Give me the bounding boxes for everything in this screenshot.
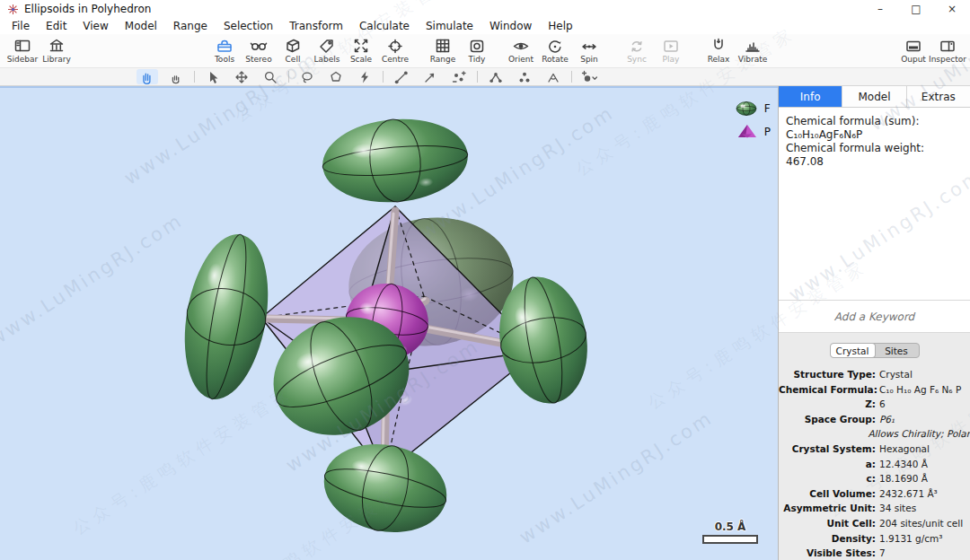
tool-move[interactable] [231,69,252,84]
pan-hand-icon [140,70,154,84]
menu-range[interactable]: Range [165,19,216,33]
window-title: Ellipsoids in Polyhedron [24,3,151,15]
label-tag-icon [318,37,336,55]
rotate-icon [546,37,564,55]
measure-angle-icon [546,70,560,84]
tool-measure-path[interactable] [485,69,507,84]
property-row: Chemical Formula:C₁₀ H₁₀ Ag F₆ N₆ P [779,382,970,398]
inspector-panel-icon [939,37,957,55]
tool-delete[interactable] [354,69,375,84]
segment-sites[interactable]: Sites [875,344,919,357]
menu-selection[interactable]: Selection [216,19,281,33]
segment-crystal[interactable]: Crystal [831,344,875,357]
vibrate-histogram-icon [744,37,762,55]
menu-simulate[interactable]: Simulate [418,19,481,33]
menu-model[interactable]: Model [117,19,165,33]
menu-help[interactable]: Help [540,19,580,33]
tool-measure-cluster[interactable] [514,69,535,84]
lightning-bolt-icon [357,70,372,84]
legend-item-f: F [735,101,771,117]
menu-transform[interactable]: Transform [281,19,351,33]
cell-button[interactable]: Cell [277,36,309,64]
adjust-bonds-icon [452,70,466,84]
toolbar-separator [194,71,195,83]
tool-pan[interactable] [137,69,158,84]
inspector-panel: Info Model Extras Chemical formula (sum)… [778,86,970,560]
property-row: Space Group:P6₁ [779,412,970,427]
tool-polygon-lasso[interactable] [325,69,347,84]
sidebar-icon [13,37,31,55]
close-button[interactable]: × [934,0,970,18]
property-row: Cell Volume:2432.671 Å³ [779,486,970,502]
structure-viewport[interactable]: F P 0.5 Å [0,86,778,560]
toolbar-separator [477,71,478,83]
tidy-icon [468,37,486,55]
lasso-icon [300,70,314,84]
bond-vector-icon [423,70,437,84]
range-button[interactable]: Range [427,36,459,64]
relax-button[interactable]: Relax [702,36,735,64]
title-bar: Ellipsoids in Polyhedron – □ × [0,0,970,18]
toolbar-separator [571,71,572,83]
library-button[interactable]: Library [40,36,73,64]
info-section: Chemical formula (sum): C₁₀H₁₀AgF₆N₆P Ch… [779,108,970,300]
vibrate-button[interactable]: Vibrate [736,36,769,64]
measure-cluster-icon [517,70,532,84]
maximize-button[interactable]: □ [898,0,934,18]
tool-make-bond[interactable] [391,69,412,84]
menu-edit[interactable]: Edit [38,19,75,33]
property-row: Visible Sites:7 [779,546,970,560]
tool-zoom[interactable] [260,69,281,84]
inspector-tabs: Info Model Extras [779,86,970,108]
toolbox-icon [216,37,234,55]
tools-button[interactable]: Tools [208,36,241,64]
property-row: Unit Cell:204 sites/unit cell [779,516,970,531]
ellipsoid-f-bottom[interactable] [316,433,455,544]
orient-button[interactable]: Orient [505,36,537,64]
play-button[interactable]: Play [655,36,687,64]
move-arrows-icon [234,70,249,84]
add-atom-icon [580,70,600,84]
relax-spring-icon [710,37,728,55]
tab-info[interactable]: Info [779,86,842,107]
tool-lasso[interactable] [296,69,318,84]
ellipsoid-f-left[interactable] [173,228,280,406]
menu-calculate[interactable]: Calculate [351,19,418,33]
scale-bar: 0.5 Å [702,521,758,544]
tab-extras[interactable]: Extras [907,86,970,107]
labels-button[interactable]: Labels [311,36,343,64]
minimize-button[interactable]: – [862,0,898,18]
grab-hand-icon [169,70,183,84]
ellipsoid-f-top[interactable] [319,113,471,208]
tool-select[interactable] [202,69,224,84]
menu-view[interactable]: View [75,19,116,33]
keyword-input[interactable] [789,311,960,323]
fluorine-ellipsoid-icon [735,101,760,117]
sidebar-button[interactable]: Sidebar [6,36,39,64]
formula-sum: C₁₀H₁₀AgF₆N₆P [786,128,963,142]
rotate-button[interactable]: Rotate [539,36,571,64]
spin-button[interactable]: Spin [573,36,605,64]
tab-model[interactable]: Model [842,86,906,107]
sync-button[interactable]: Sync [621,36,653,64]
scale-bar-label: 0.5 Å [702,521,758,533]
centre-crosshair-icon [386,37,404,55]
property-row: Crystal System:Hexagonal [779,442,970,457]
play-icon [662,37,680,55]
tool-measure-angle[interactable] [542,69,564,84]
sync-icon [628,37,646,55]
tool-grab[interactable] [165,69,187,84]
structure-canvas[interactable] [0,88,778,560]
tidy-button[interactable]: Tidy [461,36,493,64]
menu-file[interactable]: File [4,19,38,33]
tool-bond-vector[interactable] [419,69,441,84]
inspector-button[interactable]: Inspector [931,36,964,64]
toolbar-separator [383,71,384,83]
output-button[interactable]: Ouput [897,36,930,64]
tool-add-atom[interactable] [579,69,601,84]
menu-window[interactable]: Window [481,19,540,33]
stereo-button[interactable]: Stereo [242,36,275,64]
centre-button[interactable]: Centre [379,36,411,64]
scale-button[interactable]: Scale [345,36,377,64]
tool-adjust-bonds[interactable] [448,69,470,84]
